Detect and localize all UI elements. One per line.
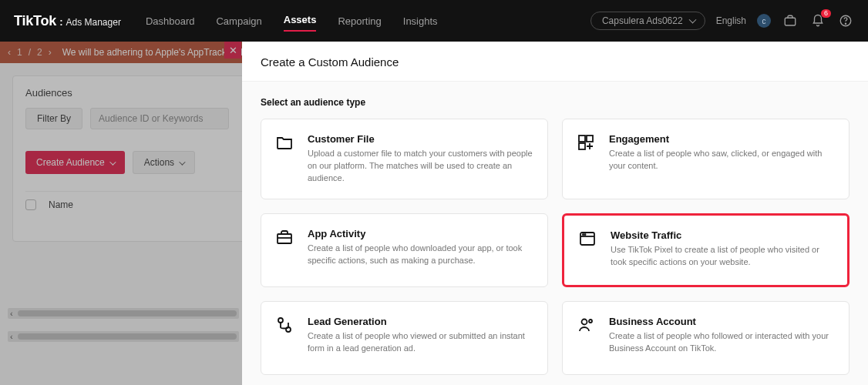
svg-point-12	[582, 319, 587, 324]
brand: TikTok : Ads Manager	[14, 13, 121, 29]
actions-button[interactable]: Actions	[133, 151, 195, 174]
svg-rect-5	[579, 143, 585, 149]
card-desc: Create a list of people who viewed or su…	[308, 330, 533, 355]
card-lead-generation[interactable]: Lead Generation Create a list of people …	[261, 301, 548, 375]
svg-point-13	[589, 320, 592, 323]
card-engagement[interactable]: Engagement Create a list of people who s…	[562, 119, 849, 199]
top-nav: TikTok : Ads Manager Dashboard Campaign …	[0, 0, 868, 42]
search-input[interactable]: Audience ID or Keywords	[90, 108, 229, 129]
card-customer-file[interactable]: Customer File Upload a customer file to …	[261, 119, 548, 199]
card-title: Lead Generation	[308, 316, 533, 327]
svg-point-8	[583, 234, 584, 235]
nav-dashboard[interactable]: Dashboard	[146, 12, 195, 30]
brand-tiktok: TikTok	[14, 13, 56, 29]
pager-sep: /	[29, 47, 31, 58]
help-icon[interactable]	[837, 12, 854, 29]
svg-rect-0	[785, 18, 796, 25]
card-title: Customer File	[308, 133, 533, 145]
column-name: Name	[49, 199, 73, 210]
browser-icon	[578, 229, 597, 248]
card-desc: Create a list of people who saw, clicked…	[609, 148, 835, 172]
account-selector[interactable]: Capsulera Ads0622	[590, 12, 705, 30]
h-scrollbar-outer[interactable]	[8, 331, 239, 342]
briefcase-icon	[275, 228, 294, 246]
card-business-account[interactable]: Business Account Create a list of people…	[562, 301, 849, 375]
svg-point-9	[584, 234, 585, 235]
briefcase-icon[interactable]	[782, 12, 799, 29]
card-website-traffic[interactable]: Website Traffic Use TikTok Pixel to crea…	[562, 213, 849, 287]
brand-manager: Ads Manager	[66, 17, 121, 28]
card-title: Website Traffic	[611, 229, 833, 241]
brand-separator: :	[59, 16, 62, 28]
notice-pager: ‹ 1 / 2 ›	[8, 47, 52, 58]
card-title: Business Account	[609, 316, 835, 327]
nav-insights[interactable]: Insights	[403, 12, 438, 30]
pager-index: 1	[17, 47, 22, 58]
card-title: App Activity	[308, 228, 533, 239]
create-audience-button[interactable]: Create Audience	[25, 151, 125, 174]
modal-body: Select an audience type Customer File Up…	[242, 82, 868, 385]
select-all-checkbox[interactable]	[25, 199, 36, 210]
nav-campaign[interactable]: Campaign	[216, 12, 261, 30]
nav-right: Capsulera Ads0622 English c 6	[590, 12, 854, 30]
notif-count: 6	[821, 9, 831, 18]
svg-point-10	[278, 318, 283, 323]
card-desc: Create a list of people who downloaded y…	[308, 243, 533, 267]
create-audience-modal: Create a Custom Audience Select an audie…	[242, 42, 868, 385]
audience-type-cards: Customer File Upload a customer file to …	[261, 119, 849, 375]
card-app-activity[interactable]: App Activity Create a list of people who…	[261, 213, 548, 287]
avatar[interactable]: c	[757, 14, 771, 28]
h-scrollbar-inner[interactable]	[8, 308, 239, 319]
language-selector[interactable]: English	[716, 15, 746, 26]
lead-gen-icon	[275, 316, 294, 334]
nav-reporting[interactable]: Reporting	[338, 12, 381, 30]
card-desc: Create a list of people who followed or …	[609, 330, 835, 355]
engagement-icon	[577, 133, 595, 152]
svg-rect-6	[278, 234, 291, 243]
card-title: Engagement	[609, 133, 835, 145]
bell-icon[interactable]: 6	[809, 12, 826, 29]
notice-close-button[interactable]: ✕	[224, 42, 241, 59]
nav-links: Dashboard Campaign Assets Reporting Insi…	[146, 11, 438, 32]
section-title: Select an audience type	[261, 97, 849, 108]
svg-rect-4	[587, 136, 593, 142]
person-icon	[577, 316, 595, 334]
filter-by-button[interactable]: Filter By	[25, 108, 82, 129]
pager-total: 2	[37, 47, 42, 58]
card-desc: Use TikTok Pixel to create a list of peo…	[611, 244, 833, 269]
folder-icon	[275, 133, 294, 152]
nav-assets[interactable]: Assets	[284, 11, 317, 32]
modal-title: Create a Custom Audience	[242, 42, 868, 82]
pager-prev-icon[interactable]: ‹	[8, 47, 11, 58]
svg-rect-3	[579, 136, 585, 142]
card-desc: Upload a customer file to match your cus…	[308, 148, 533, 185]
svg-point-2	[845, 23, 846, 24]
pager-next-icon[interactable]: ›	[49, 47, 52, 58]
